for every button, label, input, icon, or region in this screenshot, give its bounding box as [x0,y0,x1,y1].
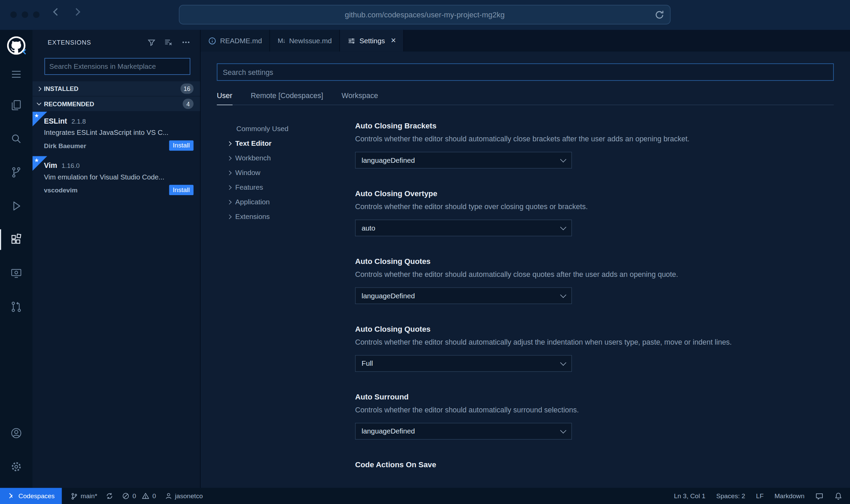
extension-version: 1.16.0 [62,162,80,170]
scope-tab-workspace[interactable]: Workspace [342,92,378,105]
settings-list: Auto Closing Brackets Controls whether t… [350,122,834,488]
extensions-sidebar: EXTENSIONS [33,30,201,488]
extensions-search-input[interactable] [45,62,190,70]
sync-icon [106,492,113,500]
setting-value-dropdown[interactable]: languageDefined [355,287,572,304]
warning-icon [142,492,150,500]
settings-editor: User Remote [Codespaces] Workspace Commo… [201,51,850,488]
tab-newissue[interactable]: M↓ NewIssue.md [270,30,340,52]
setting-value-dropdown[interactable]: Full [355,355,572,372]
scope-tab-user[interactable]: User [217,92,232,105]
tab-settings[interactable]: Settings × [340,30,404,52]
recommended-count-badge: 4 [183,99,193,109]
settings-search-input[interactable] [217,68,833,76]
source-control-icon[interactable] [0,156,33,189]
branch-indicator[interactable]: main* [70,492,97,500]
chevron-down-icon [560,224,566,230]
setting-auto-surround: Auto Surround Controls whether the edito… [355,392,834,439]
tab-readme[interactable]: README.md [201,30,270,52]
github-logo-icon[interactable] [7,36,26,55]
extension-description: Vim emulation for Visual Studio Code... [44,173,193,181]
notifications-bell-icon[interactable] [834,492,843,500]
settings-toc: Commonly Used Text Editor Workbench [228,122,350,488]
toc-window[interactable]: Window [228,166,350,180]
install-button[interactable]: Install [169,140,193,151]
recommended-star-icon: ★ [33,112,47,126]
filter-icon[interactable] [147,38,156,46]
toc-application[interactable]: Application [228,194,350,209]
setting-value-dropdown[interactable]: auto [355,220,572,236]
reload-icon[interactable] [654,10,664,20]
cursor-position[interactable]: Ln 3, Col 1 [674,492,705,500]
user-indicator[interactable]: jasonetco [165,492,203,500]
feedback-icon[interactable] [815,492,823,500]
install-button[interactable]: Install [169,185,193,195]
settings-scope-tabs: User Remote [Codespaces] Workspace [217,92,834,105]
browser-chrome: github.com/codespaces/user-my-project-mg… [0,0,850,30]
run-and-debug-icon[interactable] [0,189,33,223]
list-item-eslint[interactable]: ★ ESLint 2.1.8 Integrates ESLint JavaScr… [33,112,200,156]
extension-publisher: Dirk Baeumer [44,142,86,149]
window-zoom-button[interactable] [33,11,40,18]
forward-arrow-icon[interactable] [73,8,80,16]
search-icon[interactable] [0,122,33,156]
indentation[interactable]: Spaces: 2 [716,492,745,500]
clear-extension-search-icon[interactable] [164,38,173,46]
settings-gear-icon[interactable] [0,450,33,484]
window-minimize-button[interactable] [22,11,28,18]
chevron-down-icon [37,101,42,106]
codespaces-label: Codespaces [18,492,54,500]
chevron-right-icon [227,156,232,160]
info-icon [208,36,216,45]
window-close-button[interactable] [10,11,17,18]
chevron-right-icon [227,200,232,204]
chevron-down-icon [560,292,566,298]
extensions-search-box [45,58,190,75]
pull-requests-icon[interactable] [0,290,33,324]
extension-name: ESLint [44,117,67,125]
extensions-icon[interactable] [0,223,33,256]
chevron-down-icon [560,360,566,366]
error-icon [122,492,130,500]
toc-text-editor[interactable]: Text Editor [228,136,350,151]
tab-label: Settings [359,36,385,45]
account-icon[interactable] [0,416,33,450]
codespaces-remote-indicator[interactable]: Codespaces [0,488,62,504]
address-bar[interactable]: github.com/codespaces/user-my-project-mg… [179,5,671,24]
git-branch-icon [70,492,78,500]
url-text: github.com/codespaces/user-my-project-mg… [345,10,504,19]
remote-explorer-icon[interactable] [0,256,33,290]
back-arrow-icon[interactable] [53,8,61,16]
list-item-vim[interactable]: ★ Vim 1.16.0 Vim emulation for Visual St… [33,156,200,201]
more-actions-icon[interactable] [182,38,190,46]
tab-label: NewIssue.md [289,36,332,45]
toc-features[interactable]: Features [228,180,350,194]
toc-workbench[interactable]: Workbench [228,151,350,166]
window-controls[interactable] [10,11,40,18]
status-bar: Codespaces main* 0 0 [0,488,850,504]
scope-tab-remote[interactable]: Remote [Codespaces] [251,92,323,105]
problems-indicator[interactable]: 0 0 [122,492,156,500]
section-recommended[interactable]: RECOMMENDED 4 [33,96,200,111]
codespaces-icon [7,492,15,500]
setting-value-dropdown[interactable]: languageDefined [355,423,572,440]
chevron-right-icon [227,141,232,146]
toc-commonly-used[interactable]: Commonly Used [228,122,350,136]
settings-search-box [217,63,834,81]
tab-bar: README.md M↓ NewIssue.md Settings × [201,30,850,52]
setting-value-dropdown[interactable]: languageDefined [355,152,572,169]
section-installed[interactable]: INSTALLED 16 [33,81,200,96]
eol-indicator[interactable]: LF [756,492,764,500]
chevron-right-icon [227,170,232,175]
browser-window: github.com/codespaces/user-my-project-mg… [0,0,850,504]
extension-description: Integrates ESLint JavaScript into VS C..… [44,128,193,137]
explorer-icon[interactable] [0,88,33,122]
chevron-right-icon [227,214,232,219]
close-icon[interactable]: × [391,36,396,45]
language-mode[interactable]: Markdown [774,492,804,500]
recommended-star-icon: ★ [33,156,47,171]
sidebar-title: EXTENSIONS [48,39,91,46]
toc-extensions[interactable]: Extensions [228,209,350,224]
sync-button[interactable] [106,492,113,500]
menu-icon[interactable] [0,60,33,89]
